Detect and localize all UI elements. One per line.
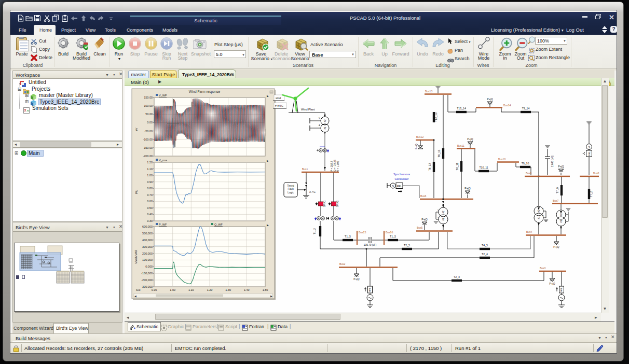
svg-text:Condensor: Condensor — [395, 177, 409, 180]
svg-text:T2_3: T2_3 — [454, 275, 460, 278]
svg-text:Wind Farm response: Wind Farm response — [189, 90, 221, 94]
svg-text:300,000: 300,000 — [142, 245, 153, 248]
svg-text:T6_11: T6_11 — [456, 163, 459, 170]
svg-text:A->G: A->G — [309, 190, 316, 193]
svg-text:#1: #1 — [560, 220, 563, 223]
svg-text:Bus8: Bus8 — [593, 172, 599, 175]
svg-text:kV: kV — [135, 128, 138, 131]
svg-text:Y: Y — [437, 209, 439, 212]
svg-text:T9_10: T9_10 — [522, 162, 529, 165]
svg-text:P+jQ: P+jQ — [549, 282, 555, 285]
svg-text:100,000: 100,000 — [142, 258, 153, 261]
svg-text:sec: sec — [136, 288, 141, 291]
svg-text:T2_5: T2_5 — [404, 244, 410, 247]
svg-text:-50.00: -50.00 — [144, 130, 153, 133]
svg-text:T6_12: T6_12 — [428, 163, 431, 171]
svg-text:T1_2: T1_2 — [313, 228, 316, 234]
svg-text:600,000: 600,000 — [142, 225, 153, 228]
svg-text:-200,000: -200,000 — [141, 278, 153, 282]
svg-text:1.00: 1.00 — [147, 174, 153, 177]
svg-text:Logic: Logic — [288, 191, 294, 194]
svg-text:T7_9: T7_9 — [556, 187, 559, 193]
svg-text:500,000: 500,000 — [142, 232, 153, 235]
svg-text:Q_WF: Q_WF — [214, 223, 223, 226]
svg-text:Bus14: Bus14 — [503, 104, 511, 107]
svg-text:P+jQ: P+jQ — [421, 218, 427, 221]
svg-text:-100.00: -100.00 — [143, 138, 153, 141]
svg-text:T4_5: T4_5 — [482, 244, 488, 247]
svg-text:1.00: 1.00 — [170, 288, 175, 291]
svg-text:#2: #2 — [442, 211, 445, 214]
svg-text:V_rms: V_rms — [159, 159, 167, 162]
svg-text:Bus7: Bus7 — [553, 199, 559, 202]
svg-text:P+jQ: P+jQ — [415, 144, 418, 149]
svg-text:T6_13: T6_13 — [437, 150, 441, 158]
svg-text:0.80: 0.80 — [147, 187, 153, 190]
svg-text:2.696 [uF]: 2.696 [uF] — [551, 156, 554, 167]
svg-text:T13_14: T13_14 — [457, 107, 466, 110]
svg-text:S: S — [588, 146, 590, 149]
svg-text:#1: #1 — [324, 127, 326, 130]
svg-text:-200.00: -200.00 — [143, 155, 153, 158]
svg-text:1.40: 1.40 — [244, 288, 250, 291]
svg-text:A: A — [319, 124, 320, 127]
svg-text:Wind Plant: Wind Plant — [301, 108, 315, 111]
svg-text:0.000: 0.000 — [145, 265, 153, 268]
svg-text:Q = -79.25: Q = -79.25 — [334, 160, 336, 172]
svg-text:150.00: 150.00 — [144, 96, 153, 99]
svg-text:wind: wind — [276, 96, 281, 100]
svg-text:P_WF: P_WF — [159, 223, 167, 226]
svg-text:T9_14: T9_14 — [522, 107, 530, 110]
svg-text:Fault: Fault — [288, 187, 294, 190]
svg-text:Bus9: Bus9 — [526, 172, 532, 175]
svg-text:#1: #1 — [442, 218, 445, 221]
svg-text:Timed: Timed — [287, 184, 294, 187]
svg-text:Bus1: Bus1 — [302, 167, 308, 171]
svg-text:-150.00: -150.00 — [143, 146, 153, 149]
svg-text:T7_8: T7_8 — [590, 191, 593, 197]
svg-text:1.20: 1.20 — [147, 161, 153, 164]
svg-text:0.50: 0.50 — [147, 206, 153, 209]
svg-text:T10_11: T10_11 — [479, 166, 488, 169]
svg-text:0.90: 0.90 — [152, 288, 157, 291]
svg-text:MW/MVAR: MW/MVAR — [134, 250, 138, 264]
svg-text:Y: Y — [542, 215, 544, 217]
svg-text:P+jQ: P+jQ — [558, 165, 564, 168]
svg-text:P+jQ: P+jQ — [353, 277, 359, 281]
svg-text:Bus3: Bus3 — [540, 267, 546, 270]
svg-text:0.60: 0.60 — [147, 200, 153, 203]
svg-text:1.10: 1.10 — [147, 167, 153, 171]
svg-text:P = 287.7: P = 287.7 — [331, 161, 333, 172]
svg-text:#1: #1 — [538, 216, 540, 219]
svg-text:Bus5: Bus5 — [417, 226, 423, 229]
svg-text:#2: #2 — [324, 119, 326, 122]
svg-text:Bus15: Bus15 — [359, 231, 366, 234]
svg-text:Bus2: Bus2 — [339, 262, 346, 265]
svg-text:1.10: 1.10 — [188, 288, 194, 291]
svg-text:400,000: 400,000 — [142, 239, 153, 242]
svg-text:RRL: RRL — [588, 151, 591, 156]
svg-text:1.30: 1.30 — [225, 288, 231, 291]
svg-text:-100,000: -100,000 — [141, 272, 153, 275]
svg-text:S: S — [392, 185, 394, 188]
svg-text:◀: ◀ — [134, 295, 136, 298]
svg-text:P+jQ: P+jQ — [487, 97, 493, 101]
svg-text:V = 1.092: V = 1.092 — [337, 161, 339, 172]
svg-text:Bus4: Bus4 — [526, 230, 532, 233]
svg-text:0.90: 0.90 — [147, 180, 153, 184]
svg-text:RRL: RRL — [397, 185, 402, 188]
svg-text:BRK2: BRK2 — [336, 200, 339, 207]
svg-text:Bus13: Bus13 — [425, 90, 432, 93]
svg-text:P+jQ: P+jQ — [553, 245, 559, 248]
svg-text:V_WF: V_WF — [159, 94, 167, 97]
svg-text:Bus16: Bus16 — [386, 231, 393, 234]
svg-text:Bus12: Bus12 — [416, 135, 423, 138]
svg-text:Y: Y — [437, 216, 439, 219]
svg-text:P+jQ: P+jQ — [464, 187, 470, 190]
svg-text:1.20: 1.20 — [207, 288, 213, 291]
svg-text:RRL: RRL — [368, 287, 371, 292]
svg-text:# WTG: # WTG — [275, 104, 283, 107]
svg-text:BRK1: BRK1 — [323, 200, 326, 207]
svg-text:100.00: 100.00 — [144, 104, 153, 107]
svg-text:Synchronous: Synchronous — [393, 173, 410, 176]
